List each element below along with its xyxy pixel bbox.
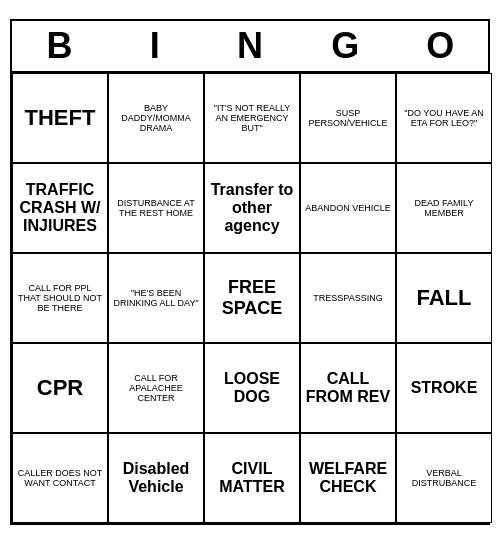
- letter-o: O: [394, 25, 486, 67]
- cell-19[interactable]: STROKE: [396, 343, 492, 433]
- cell-3[interactable]: SUSP PERSON/VEHICLE: [300, 73, 396, 163]
- cell-17[interactable]: LOOSE DOG: [204, 343, 300, 433]
- cell-9[interactable]: DEAD FAMILY MEMBER: [396, 163, 492, 253]
- cell-11[interactable]: "HE'S BEEN DRINKING ALL DAY": [108, 253, 204, 343]
- cell-20[interactable]: CALLER DOES NOT WANT CONTACT: [12, 433, 108, 523]
- cell-22[interactable]: CIVIL MATTER: [204, 433, 300, 523]
- cell-12[interactable]: FREE SPACE: [204, 253, 300, 343]
- cell-5[interactable]: TRAFFIC CRASH W/ INJIURES: [12, 163, 108, 253]
- cell-21[interactable]: Disabled Vehicle: [108, 433, 204, 523]
- cell-16[interactable]: CALL FOR APALACHEE CENTER: [108, 343, 204, 433]
- cell-23[interactable]: WELFARE CHECK: [300, 433, 396, 523]
- bingo-card: B I N G O THEFT BABY DADDY/MOMMA DRAMA "…: [10, 19, 490, 525]
- cell-0[interactable]: THEFT: [12, 73, 108, 163]
- cell-18[interactable]: CALL FROM REV: [300, 343, 396, 433]
- bingo-grid: THEFT BABY DADDY/MOMMA DRAMA "IT'S NOT R…: [12, 71, 488, 523]
- letter-g: G: [299, 25, 391, 67]
- cell-15[interactable]: CPR: [12, 343, 108, 433]
- cell-6[interactable]: DISTURBANCE AT THE REST HOME: [108, 163, 204, 253]
- letter-b: B: [14, 25, 106, 67]
- bingo-header: B I N G O: [12, 21, 488, 71]
- cell-13[interactable]: TRESSPASSING: [300, 253, 396, 343]
- cell-7[interactable]: Transfer to other agency: [204, 163, 300, 253]
- cell-10[interactable]: CALL FOR PPL THAT SHOULD NOT BE THERE: [12, 253, 108, 343]
- cell-24[interactable]: VERBAL DISTRUBANCE: [396, 433, 492, 523]
- cell-1[interactable]: BABY DADDY/MOMMA DRAMA: [108, 73, 204, 163]
- cell-14[interactable]: FALL: [396, 253, 492, 343]
- letter-n: N: [204, 25, 296, 67]
- letter-i: I: [109, 25, 201, 67]
- cell-4[interactable]: "DO YOU HAVE AN ETA FOR LEO?": [396, 73, 492, 163]
- cell-8[interactable]: ABANDON VEHICLE: [300, 163, 396, 253]
- cell-2[interactable]: "IT'S NOT REALLY AN EMERGENCY BUT": [204, 73, 300, 163]
